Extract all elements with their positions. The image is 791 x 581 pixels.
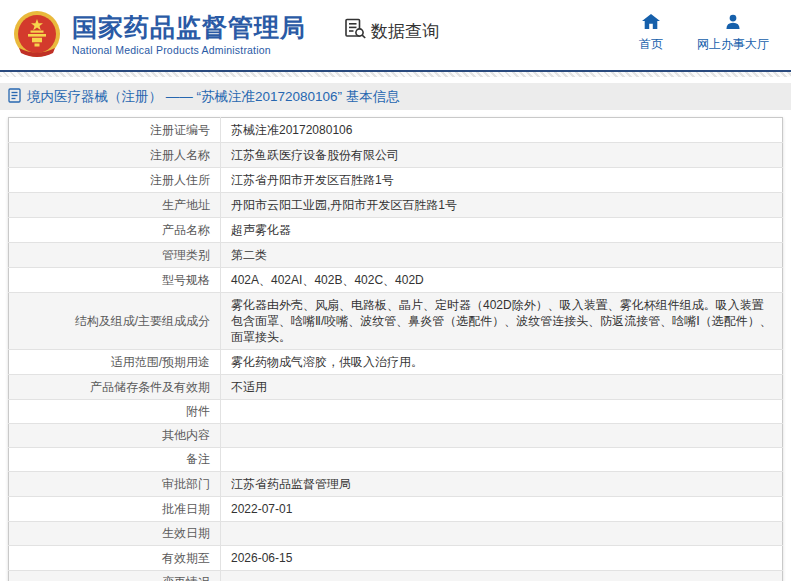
table-row: 变更情况 [9, 571, 783, 581]
row-value [221, 424, 783, 448]
row-label: 生产地址 [9, 193, 221, 218]
table-row: 备注 [9, 448, 783, 472]
row-label: 注册人名称 [9, 143, 221, 168]
device-info-table: 注册证编号 苏械注准20172080106 注册人名称 江苏鱼跃医疗设备股份有限… [8, 117, 783, 581]
table-row: 型号规格 402A、402AI、402B、402C、402D [9, 268, 783, 293]
document-icon [8, 88, 21, 106]
top-nav: 首页 网上办事大厅 [639, 14, 769, 53]
breadcrumb: 境内医疗器械（注册） —— “苏械注准20172080106” 基本信息 [0, 83, 791, 110]
site-title: 国家药品监督管理局 [72, 14, 306, 40]
data-query-icon [344, 18, 367, 44]
row-label: 管理类别 [9, 243, 221, 268]
table-row: 管理类别 第二类 [9, 243, 783, 268]
detail-table-wrap: 注册证编号 苏械注准20172080106 注册人名称 江苏鱼跃医疗设备股份有限… [0, 110, 791, 581]
row-label: 变更情况 [9, 571, 221, 581]
table-row: 有效期至 2026-06-15 [9, 546, 783, 571]
table-row: 生产地址 丹阳市云阳工业园,丹阳市开发区百胜路1号 [9, 193, 783, 218]
table-row: 附件 [9, 400, 783, 424]
row-value: 苏械注准20172080106 [221, 118, 783, 143]
table-row: 产品储存条件及有效期 不适用 [9, 375, 783, 400]
row-value [221, 522, 783, 546]
home-icon [642, 14, 660, 32]
nav-home[interactable]: 首页 [639, 14, 663, 53]
row-label: 其他内容 [9, 424, 221, 448]
table-row: 注册人住所 江苏省丹阳市开发区百胜路1号 [9, 168, 783, 193]
row-label: 注册证编号 [9, 118, 221, 143]
logo-block: 国家药品监督管理局 National Medical Products Admi… [12, 10, 306, 60]
row-label: 备注 [9, 448, 221, 472]
nav-home-label: 首页 [639, 36, 663, 53]
row-label: 附件 [9, 400, 221, 424]
row-value: 丹阳市云阳工业园,丹阳市开发区百胜路1号 [221, 193, 783, 218]
table-row: 批准日期 2022-07-01 [9, 497, 783, 522]
national-emblem-logo [12, 10, 62, 60]
data-query-label: 数据查询 [371, 20, 439, 43]
row-value: 402A、402AI、402B、402C、402D [221, 268, 783, 293]
breadcrumb-title: 境内医疗器械（注册） —— “苏械注准20172080106” 基本信息 [27, 88, 400, 106]
table-row: 其他内容 [9, 424, 783, 448]
row-label: 有效期至 [9, 546, 221, 571]
row-label: 适用范围/预期用途 [9, 350, 221, 375]
row-label: 产品名称 [9, 218, 221, 243]
row-label: 注册人住所 [9, 168, 221, 193]
header-divider-hatch [0, 72, 791, 77]
row-label: 生效日期 [9, 522, 221, 546]
data-query-section[interactable]: 数据查询 [344, 18, 439, 44]
info-table-body: 注册证编号 苏械注准20172080106 注册人名称 江苏鱼跃医疗设备股份有限… [9, 118, 783, 581]
table-row: 注册人名称 江苏鱼跃医疗设备股份有限公司 [9, 143, 783, 168]
nav-service-hall-label: 网上办事大厅 [697, 36, 769, 53]
table-row: 生效日期 [9, 522, 783, 546]
row-label: 型号规格 [9, 268, 221, 293]
row-value: 雾化器由外壳、风扇、电路板、晶片、定时器（402D除外）、吸入装置、雾化杯组件组… [221, 293, 783, 350]
row-label: 结构及组成/主要组成成分 [9, 293, 221, 350]
row-value: 江苏省丹阳市开发区百胜路1号 [221, 168, 783, 193]
table-row: 产品名称 超声雾化器 [9, 218, 783, 243]
nav-service-hall[interactable]: 网上办事大厅 [697, 14, 769, 53]
row-label: 批准日期 [9, 497, 221, 522]
row-value: 江苏鱼跃医疗设备股份有限公司 [221, 143, 783, 168]
row-value: 雾化药物成气溶胶，供吸入治疗用。 [221, 350, 783, 375]
row-value [221, 448, 783, 472]
user-icon [725, 14, 741, 32]
site-subtitle: National Medical Products Administration [72, 44, 306, 56]
row-value: 第二类 [221, 243, 783, 268]
row-value: 超声雾化器 [221, 218, 783, 243]
table-row: 结构及组成/主要组成成分 雾化器由外壳、风扇、电路板、晶片、定时器（402D除外… [9, 293, 783, 350]
row-value [221, 400, 783, 424]
row-label: 产品储存条件及有效期 [9, 375, 221, 400]
site-header: 国家药品监督管理局 National Medical Products Admi… [0, 0, 791, 70]
site-title-block: 国家药品监督管理局 National Medical Products Admi… [72, 14, 306, 55]
table-row: 审批部门 江苏省药品监督管理局 [9, 472, 783, 497]
row-value: 2026-06-15 [221, 546, 783, 571]
row-value: 2022-07-01 [221, 497, 783, 522]
row-value: 不适用 [221, 375, 783, 400]
table-row: 适用范围/预期用途 雾化药物成气溶胶，供吸入治疗用。 [9, 350, 783, 375]
row-value [221, 571, 783, 581]
table-row: 注册证编号 苏械注准20172080106 [9, 118, 783, 143]
row-value: 江苏省药品监督管理局 [221, 472, 783, 497]
row-label: 审批部门 [9, 472, 221, 497]
